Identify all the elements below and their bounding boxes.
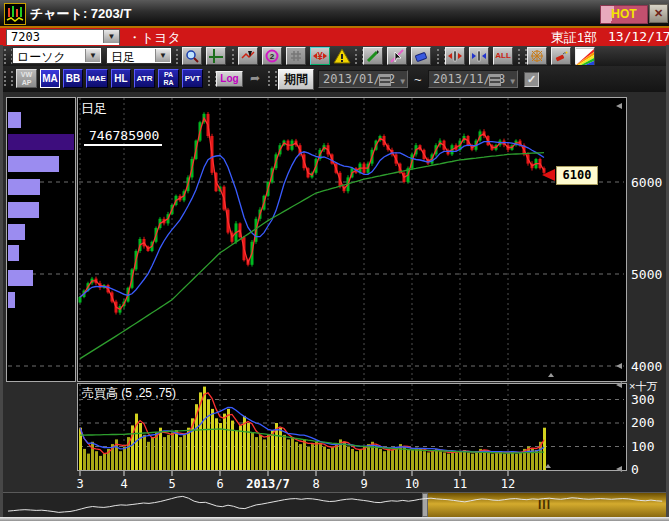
alert-button[interactable] bbox=[333, 48, 351, 64]
svg-text:100: 100 bbox=[631, 439, 654, 454]
panel-timeframe-label: 日足 bbox=[81, 100, 107, 118]
calendar-icon[interactable] bbox=[379, 74, 391, 86]
show-all-button[interactable]: ALL bbox=[493, 47, 513, 65]
chart-type-select[interactable]: ローソク ▼ bbox=[12, 47, 102, 64]
svg-text:3: 3 bbox=[76, 477, 83, 491]
window-edge-left bbox=[0, 45, 3, 517]
symbol-code: 7203 bbox=[11, 30, 40, 44]
redo-arrow-icon[interactable]: ➦ bbox=[246, 71, 264, 87]
crosshair-icon bbox=[209, 49, 223, 63]
svg-text:4: 4 bbox=[120, 477, 127, 491]
color-palette-button[interactable] bbox=[575, 47, 595, 65]
period-checkbox[interactable]: ✓ bbox=[524, 72, 539, 87]
chevron-down-icon[interactable]: ▼ bbox=[85, 49, 100, 62]
indicator-ma-button[interactable]: MA bbox=[40, 69, 60, 88]
last-price-arrow-icon bbox=[542, 169, 555, 181]
svg-text:5: 5 bbox=[168, 477, 175, 491]
svg-text:4000: 4000 bbox=[631, 359, 662, 374]
toolbar-indicators: VWAP MA BB MAE HL ATR PARA PVT Log ➦ 期間 … bbox=[0, 66, 669, 92]
svg-text:8: 8 bbox=[312, 477, 319, 491]
yen-scale-button[interactable]: ¥ bbox=[310, 47, 330, 65]
chart-app-icon bbox=[4, 3, 26, 25]
window-edge-bottom bbox=[0, 517, 669, 521]
quote-bar: 7203 ▼ ・トヨタ 東証1部 13/12/17 bbox=[0, 28, 669, 45]
last-price-flag: 6100 bbox=[556, 166, 598, 185]
calendar-icon[interactable] bbox=[489, 74, 501, 86]
yen-width-icon: ¥ bbox=[313, 49, 327, 63]
toolbar-grip[interactable] bbox=[518, 49, 527, 64]
svg-text:2013/7: 2013/7 bbox=[246, 477, 289, 491]
quote-date: 13/12/17 bbox=[608, 29, 669, 44]
circled-2-icon: 2 bbox=[265, 49, 279, 63]
timeframe-select[interactable]: 日足 ▼ bbox=[106, 47, 172, 64]
svg-text:9: 9 bbox=[360, 477, 367, 491]
dynamite-icon bbox=[554, 49, 568, 63]
price-by-volume-panel bbox=[6, 97, 76, 382]
indicator-atr-button[interactable]: ATR bbox=[134, 69, 155, 88]
net-icon bbox=[530, 49, 544, 63]
close-button[interactable]: ✕ bbox=[649, 4, 668, 23]
indicator-mae-button[interactable]: MAE bbox=[86, 69, 108, 88]
date-range-tilde: ~ bbox=[414, 72, 422, 87]
period-button[interactable]: 期間 bbox=[278, 69, 314, 90]
svg-text:200: 200 bbox=[631, 415, 654, 430]
chevron-down-icon[interactable]: ▼ bbox=[103, 30, 119, 43]
window-title: チャート: 7203/T bbox=[30, 5, 131, 23]
toolbar-grip[interactable] bbox=[268, 71, 277, 86]
narrow-bars-button[interactable] bbox=[469, 47, 489, 65]
indicator-para-button[interactable]: PARA bbox=[158, 69, 179, 88]
eraser-button[interactable] bbox=[411, 47, 431, 65]
toolbar-grip[interactable] bbox=[4, 71, 13, 86]
pen-icon bbox=[366, 49, 380, 63]
draw-pen-button[interactable] bbox=[363, 47, 383, 65]
widen-bars-button[interactable] bbox=[445, 47, 465, 65]
rainbow-icon bbox=[576, 49, 594, 65]
indicator-pvt-button[interactable]: PVT bbox=[182, 69, 203, 88]
crosshair-button[interactable] bbox=[206, 47, 226, 65]
svg-text:6: 6 bbox=[216, 477, 223, 491]
tools-button[interactable] bbox=[551, 47, 571, 65]
trend-arrow-icon bbox=[241, 49, 255, 63]
svg-text:¥: ¥ bbox=[317, 51, 323, 62]
zoom-icon bbox=[185, 49, 199, 63]
chevron-down-icon[interactable]: ▼ bbox=[510, 74, 515, 90]
indicator-hl-button[interactable]: HL bbox=[111, 69, 131, 88]
chart-type-value: ローソク bbox=[17, 49, 66, 66]
svg-text:2: 2 bbox=[270, 52, 275, 61]
expand-bars-icon bbox=[448, 49, 462, 63]
chart-window: チャート: 7203/T HOT ✕ 7203 ▼ ・トヨタ 東証1部 13/1… bbox=[0, 0, 669, 521]
zoom-button[interactable] bbox=[182, 47, 202, 65]
symbol-combobox[interactable]: 7203 ▼ bbox=[6, 29, 120, 46]
volume-unit-label: ×十万 bbox=[629, 379, 657, 394]
timeframe-value: 日足 bbox=[111, 49, 135, 66]
svg-text:12: 12 bbox=[501, 477, 515, 491]
chevron-down-icon[interactable]: ▼ bbox=[400, 74, 405, 90]
trend-tool-button[interactable] bbox=[238, 47, 258, 65]
svg-text:0: 0 bbox=[631, 462, 639, 477]
indicator-bb-button[interactable]: BB bbox=[63, 69, 83, 88]
indicator-vwap-button[interactable]: VWAP bbox=[16, 69, 37, 88]
svg-text:5000: 5000 bbox=[631, 267, 662, 282]
navigator-left-handle[interactable] bbox=[422, 493, 428, 517]
date-from-field[interactable]: 2013/01/22 ▼ bbox=[318, 70, 408, 88]
hot-badge[interactable]: HOT bbox=[600, 5, 648, 24]
total-volume-label: 746785900 bbox=[84, 128, 162, 146]
date-to-field[interactable]: 2013/11/18 ▼ bbox=[428, 70, 518, 88]
svg-text:11: 11 bbox=[453, 477, 467, 491]
toolbar-main: ローソク ▼ 日足 ▼ 2 ¥ bbox=[0, 45, 669, 67]
log-scale-button[interactable]: Log bbox=[216, 71, 243, 87]
grid-tool-button[interactable] bbox=[286, 47, 306, 65]
eraser-icon bbox=[414, 49, 428, 63]
annotation-button[interactable]: 2 bbox=[262, 47, 282, 65]
navigator-grip[interactable]: III bbox=[538, 498, 551, 512]
svg-text:6000: 6000 bbox=[631, 175, 662, 190]
warning-icon bbox=[333, 48, 351, 64]
web-layout-button[interactable] bbox=[527, 47, 547, 65]
volume-panel-label: 売買高 (5 ,25 ,75) bbox=[82, 385, 176, 402]
select-cursor-button[interactable] bbox=[387, 47, 407, 65]
shrink-bars-icon bbox=[472, 49, 486, 63]
grid-icon bbox=[289, 49, 303, 63]
chevron-down-icon[interactable]: ▼ bbox=[155, 49, 170, 62]
title-bar[interactable]: チャート: 7203/T HOT ✕ bbox=[0, 0, 669, 26]
svg-text:10: 10 bbox=[405, 477, 419, 491]
